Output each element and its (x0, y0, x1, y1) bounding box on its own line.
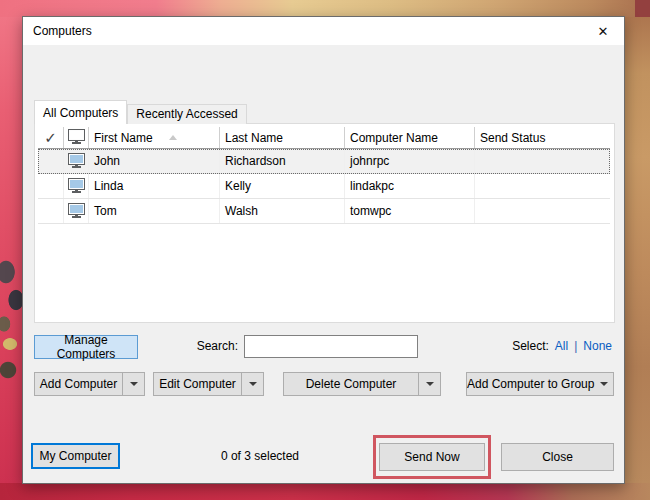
tab-all-computers[interactable]: All Computers (34, 100, 127, 124)
dropdown-arrow-icon[interactable] (418, 373, 440, 395)
add-computer-button[interactable]: Add Computer (34, 372, 145, 396)
cell-computer-name: johnrpc (345, 149, 475, 173)
wallpaper-corner-patch (635, 0, 650, 17)
wallpaper-right-strip (625, 17, 650, 483)
row-checkbox-cell[interactable] (38, 199, 64, 223)
cell-last-name: Walsh (220, 199, 345, 223)
delete-computer-label: Delete Computer (284, 373, 418, 395)
select-column-header[interactable]: ✓ (38, 127, 64, 148)
my-computer-button[interactable]: My Computer (31, 443, 120, 469)
manage-computers-button[interactable]: Manage Computers (34, 335, 138, 359)
cell-computer-name: lindakpc (345, 174, 475, 198)
column-label: Last Name (225, 131, 283, 145)
dropdown-arrow-icon[interactable] (241, 373, 263, 395)
cell-last-name: Kelly (220, 174, 345, 198)
window-title: Computers (33, 24, 92, 38)
column-label: Computer Name (350, 131, 438, 145)
row-checkbox-cell[interactable] (38, 149, 64, 173)
title-bar[interactable]: Computers ✕ (23, 17, 624, 45)
computer-list-panel: ✓ First Name Last Name Computer Name (34, 123, 615, 323)
column-header-first-name[interactable]: First Name (89, 127, 220, 148)
select-label: Select: (512, 339, 549, 353)
computers-dialog: Computers ✕ All Computers Recently Acces… (22, 16, 625, 484)
close-button[interactable]: Close (501, 443, 614, 471)
column-label: First Name (94, 131, 153, 145)
monitor-icon (68, 178, 85, 190)
row-icon-cell (64, 174, 89, 198)
link-divider: | (574, 339, 577, 353)
edit-computer-button[interactable]: Edit Computer (153, 372, 264, 396)
column-header-last-name[interactable]: Last Name (220, 127, 345, 148)
edit-computer-label: Edit Computer (154, 373, 241, 395)
table-row[interactable]: Tom Walsh tomwpc (38, 199, 610, 224)
dropdown-arrow-icon[interactable] (122, 373, 144, 395)
row-icon-cell (64, 199, 89, 223)
computers-table: ✓ First Name Last Name Computer Name (38, 127, 610, 224)
wallpaper-left-strip (0, 17, 23, 483)
add-computer-to-group-label: Add Computer to Group (467, 373, 594, 395)
column-header-send-status[interactable]: Send Status (475, 127, 610, 148)
row-checkbox-cell[interactable] (38, 174, 64, 198)
cell-computer-name: tomwpc (345, 199, 475, 223)
column-header-computer-name[interactable]: Computer Name (345, 127, 475, 148)
selected-count-text: 0 of 3 selected (179, 449, 299, 463)
dropdown-arrow-icon[interactable] (594, 373, 613, 395)
table-header-row: ✓ First Name Last Name Computer Name (38, 127, 610, 149)
wallpaper-flower-detail (0, 252, 23, 392)
selection-links: Select: All | None (512, 339, 612, 353)
search-label: Search: (173, 339, 238, 353)
cell-last-name: Richardson (220, 149, 345, 173)
cell-send-status (475, 174, 610, 198)
column-label: Send Status (480, 131, 545, 145)
monitor-icon (68, 129, 85, 141)
search-input[interactable] (244, 335, 418, 358)
table-row[interactable]: John Richardson johnrpc (38, 149, 610, 174)
cell-first-name: Tom (89, 199, 220, 223)
select-all-link[interactable]: All (555, 339, 568, 353)
add-computer-to-group-button[interactable]: Add Computer to Group (466, 372, 614, 396)
monitor-icon (68, 153, 85, 165)
close-icon[interactable]: ✕ (592, 24, 614, 39)
check-icon: ✓ (44, 130, 57, 145)
tab-recently-accessed[interactable]: Recently Accessed (127, 104, 246, 124)
desktop-wallpaper: Computers ✕ All Computers Recently Acces… (0, 0, 650, 500)
delete-computer-button[interactable]: Delete Computer (283, 372, 441, 396)
cell-send-status (475, 149, 610, 173)
cell-first-name: Linda (89, 174, 220, 198)
computer-column-header[interactable] (64, 127, 89, 148)
table-row[interactable]: Linda Kelly lindakpc (38, 174, 610, 199)
sort-ascending-icon (169, 135, 177, 140)
wallpaper-bottom-strip (0, 483, 650, 500)
select-none-link[interactable]: None (583, 339, 612, 353)
monitor-icon (68, 203, 85, 215)
cell-send-status (475, 199, 610, 223)
cell-first-name: John (89, 149, 220, 173)
tab-bar: All Computers Recently Accessed (34, 100, 247, 124)
wallpaper-top-strip (0, 0, 650, 17)
add-computer-label: Add Computer (35, 373, 122, 395)
send-now-highlight-annotation: Send Now (373, 435, 491, 479)
send-now-button[interactable]: Send Now (379, 443, 485, 471)
row-icon-cell (64, 149, 89, 173)
